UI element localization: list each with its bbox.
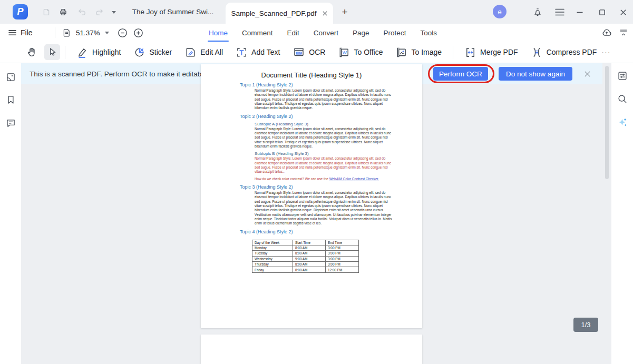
table-header-cell: Start Time: [293, 240, 326, 245]
doc-heading-topic2: Topic 2 (Heading Style 2): [240, 114, 393, 119]
collapse-toolbar-icon[interactable]: [618, 27, 629, 38]
table-cell: 8:00 AM: [293, 267, 326, 272]
thumbnails-panel-icon[interactable]: [4, 71, 17, 83]
tool-label: Sticker: [149, 48, 172, 56]
table-cell: Friday: [252, 267, 293, 272]
pdf-page-2[interactable]: [201, 335, 422, 364]
tab-convert[interactable]: Convert: [314, 24, 338, 42]
comments-panel-icon[interactable]: [4, 116, 17, 129]
document-tab-inactive[interactable]: The Joy of Summer Swi...: [123, 0, 223, 24]
tab-tools[interactable]: Tools: [420, 24, 437, 42]
table-cell: 3:00 PM: [326, 245, 359, 250]
zoom-level-value[interactable]: 51.37%: [76, 29, 100, 37]
file-menu-label: File: [21, 28, 33, 37]
tab-edit[interactable]: Edit: [287, 24, 299, 42]
table-cell: Monday: [252, 245, 293, 250]
sticker-button[interactable]: Sticker: [133, 46, 172, 58]
close-window-button[interactable]: [617, 6, 629, 18]
doc-schedule-table: Day of the Week Start Time End Time Mond…: [252, 240, 359, 273]
notifications-bell-icon[interactable]: [531, 6, 544, 18]
tab-comment[interactable]: Comment: [242, 24, 273, 42]
perform-ocr-button[interactable]: Perform OCR: [433, 67, 488, 81]
tool-label: To Office: [354, 48, 383, 56]
file-menu-icon: [8, 29, 16, 36]
svg-text:W: W: [343, 50, 347, 55]
pdf-page-1[interactable]: Document Title (Heading Style 1) Topic 1…: [201, 64, 422, 328]
tool-label: OCR: [309, 48, 325, 56]
to-office-icon: W: [338, 46, 350, 58]
hand-tool-icon[interactable]: [24, 44, 40, 60]
doc-heading-topic1: Topic 1 (Heading Style 2): [240, 82, 393, 87]
user-avatar[interactable]: e: [493, 5, 507, 18]
properties-panel-icon[interactable]: [616, 70, 629, 82]
to-image-button[interactable]: To Image: [395, 46, 442, 58]
table-row: Thursday 8:00 AM 3:00 PM: [252, 262, 359, 267]
compress-pdf-button[interactable]: Compress PDF ···: [531, 46, 611, 58]
vertical-scrollbar[interactable]: [605, 66, 609, 179]
tab-page[interactable]: Page: [353, 24, 369, 42]
doc-heading-subtopic-b: Subtopic B (Heading Style 3): [255, 151, 393, 156]
tab-label: The Joy of Summer Swi...: [132, 8, 214, 16]
to-office-button[interactable]: W To Office: [338, 46, 383, 58]
doc-paragraph: Normal Paragraph Style: Lorem ipsum dolo…: [255, 191, 393, 226]
doc-heading-topic4: Topic 4 (Heading Style 2): [240, 229, 393, 234]
redo-icon[interactable]: [93, 6, 105, 18]
do-not-show-again-button[interactable]: Do not show again: [499, 67, 572, 81]
table-header-cell: Day of the Week: [252, 240, 293, 245]
zoom-in-icon[interactable]: [133, 27, 144, 38]
to-image-icon: [395, 46, 407, 58]
toolbar: Highlight Sticker Edit All Add Text OCR …: [0, 42, 633, 63]
save-icon[interactable]: [40, 6, 53, 18]
notification-close-icon[interactable]: [581, 67, 593, 80]
table-cell: Tuesday: [252, 251, 293, 256]
ocr-button[interactable]: OCR OCR: [293, 46, 325, 58]
table-cell: 8:00 AM: [293, 245, 326, 250]
page-fit-icon[interactable]: [62, 28, 71, 37]
new-tab-button[interactable]: +: [338, 6, 351, 18]
table-cell: 12:00 PM: [326, 267, 359, 272]
left-sidebar: [0, 63, 21, 364]
merge-pdf-button[interactable]: Merge PDF: [464, 46, 518, 58]
zoom-dropdown-icon[interactable]: [105, 32, 109, 34]
zoom-cluster: 51.37%: [62, 24, 144, 42]
document-tab-active[interactable]: Sample_Scanned_PDF.pdf: [226, 3, 333, 24]
table-row: Day of the Week Start Time End Time: [252, 240, 359, 245]
maximize-button[interactable]: [596, 6, 608, 18]
print-icon[interactable]: [57, 6, 70, 18]
page-indicator: 1/3: [573, 318, 598, 332]
sticker-icon: [133, 46, 145, 58]
cloud-upload-icon[interactable]: [600, 27, 613, 38]
file-menu-button[interactable]: File: [8, 24, 33, 42]
menubar-right: [600, 24, 629, 42]
tool-label: Merge PDF: [480, 48, 518, 56]
edit-all-icon: [184, 46, 197, 58]
bookmarks-panel-icon[interactable]: [4, 93, 17, 106]
history-dropdown-icon[interactable]: [108, 6, 120, 18]
minimize-button[interactable]: [573, 6, 586, 18]
merge-pdf-icon: [464, 46, 476, 58]
doc-contrast-link[interactable]: WebAIM Color Contrast Checker.: [329, 177, 379, 181]
ai-assistant-icon[interactable]: [616, 116, 629, 129]
toolbar-overflow-icon[interactable]: ···: [601, 48, 610, 56]
tab-label: Sample_Scanned_PDF.pdf: [231, 9, 316, 17]
table-row: Tuesday 8:00 AM 3:00 PM: [252, 251, 359, 256]
doc-paragraph-red: Normal Paragraph Style: Lorem ipsum dolo…: [255, 156, 393, 174]
divider: [453, 46, 453, 59]
table-cell: 3:00 PM: [326, 256, 359, 261]
tab-home[interactable]: Home: [209, 24, 228, 42]
select-tool-icon[interactable]: [44, 44, 60, 60]
add-text-button[interactable]: Add Text: [236, 46, 280, 58]
tab-close-icon[interactable]: [322, 11, 328, 16]
highlight-button[interactable]: Highlight: [76, 46, 121, 58]
document-viewport[interactable]: This is a scanned PDF. Perform OCR to ma…: [21, 63, 611, 364]
zoom-out-icon[interactable]: [117, 27, 128, 38]
tab-protect[interactable]: Protect: [384, 24, 406, 42]
doc-paragraph: Normal Paragraph Style: Lorem ipsum dolo…: [255, 88, 393, 111]
doc-title: Document Title (Heading Style 1): [201, 71, 422, 79]
undo-icon[interactable]: [76, 6, 89, 18]
app-menu-icon[interactable]: [553, 6, 566, 18]
search-icon[interactable]: [616, 93, 629, 105]
edit-all-button[interactable]: Edit All: [184, 46, 223, 58]
compress-pdf-icon: [531, 46, 543, 58]
svg-text:OCR: OCR: [297, 52, 301, 54]
